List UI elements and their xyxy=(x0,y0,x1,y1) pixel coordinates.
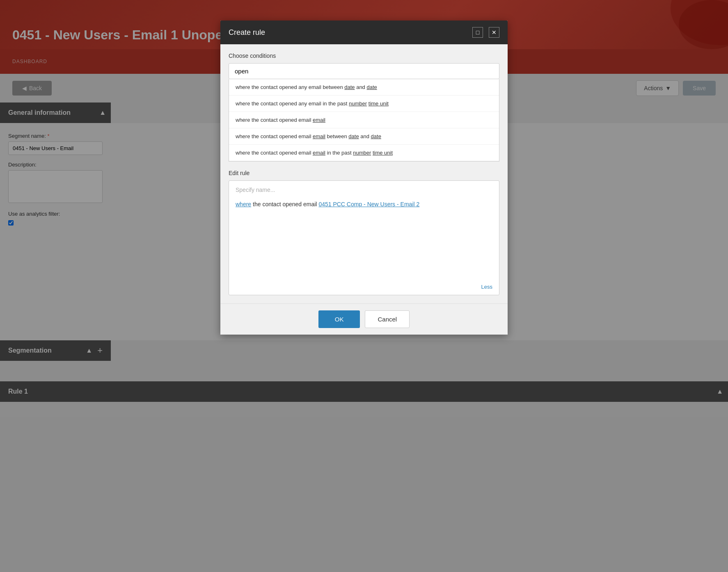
condition-number2[interactable]: number xyxy=(353,150,371,156)
condition-item-4[interactable]: where the contact opened email email in … xyxy=(229,145,499,161)
edit-rule-email-link[interactable]: 0451 PCC Comp - New Users - Email 2 xyxy=(318,201,419,207)
dialog-footer: OK Cancel xyxy=(220,303,508,335)
condition-item-2[interactable]: where the contact opened email email xyxy=(229,112,499,128)
dialog-close-button[interactable]: ✕ xyxy=(489,27,499,38)
condition-number1[interactable]: number xyxy=(349,100,367,107)
condition-date1[interactable]: date xyxy=(344,84,355,90)
dialog-body: Choose conditions where the contact open… xyxy=(220,44,508,303)
less-link[interactable]: Less xyxy=(481,284,492,290)
condition-item-3[interactable]: where the contact opened email email bet… xyxy=(229,128,499,145)
cancel-button[interactable]: Cancel xyxy=(365,310,410,328)
condition-item-1[interactable]: where the contact opened any email in th… xyxy=(229,96,499,112)
edit-rule-text: the contact opened email xyxy=(251,201,318,207)
condition-timeunit1[interactable]: time unit xyxy=(369,100,389,107)
edit-rule-label: Edit rule xyxy=(229,170,499,176)
create-rule-dialog: Create rule □ ✕ Choose conditions where … xyxy=(220,21,508,335)
edit-rule-content: where the contact opened email 0451 PCC … xyxy=(236,200,492,209)
condition-email2[interactable]: email xyxy=(313,133,325,139)
dialog-title: Create rule xyxy=(229,28,265,37)
condition-email1[interactable]: email xyxy=(313,117,325,123)
dialog-header: Create rule □ ✕ xyxy=(220,21,508,44)
condition-date2[interactable]: date xyxy=(366,84,377,90)
ok-button-label: OK xyxy=(335,316,344,323)
dialog-maximize-button[interactable]: □ xyxy=(472,27,483,38)
maximize-icon: □ xyxy=(476,29,479,36)
dialog-controls: □ ✕ xyxy=(472,27,499,38)
choose-conditions-label: Choose conditions xyxy=(229,52,499,59)
conditions-search-input[interactable] xyxy=(229,63,499,79)
close-icon: ✕ xyxy=(492,29,497,36)
ok-button[interactable]: OK xyxy=(318,310,360,328)
edit-rule-where-link[interactable]: where xyxy=(236,201,251,207)
condition-item-0[interactable]: where the contact opened any email betwe… xyxy=(229,79,499,96)
condition-email3[interactable]: email xyxy=(313,150,325,156)
condition-date3[interactable]: date xyxy=(348,133,359,139)
conditions-list[interactable]: where the contact opened any email betwe… xyxy=(229,79,499,162)
condition-timeunit2[interactable]: time unit xyxy=(373,150,393,156)
edit-rule-area: Specify name... where the contact opened… xyxy=(229,180,499,295)
edit-rule-placeholder: Specify name... xyxy=(236,187,492,193)
cancel-button-label: Cancel xyxy=(378,316,397,323)
condition-date4[interactable]: date xyxy=(371,133,381,139)
